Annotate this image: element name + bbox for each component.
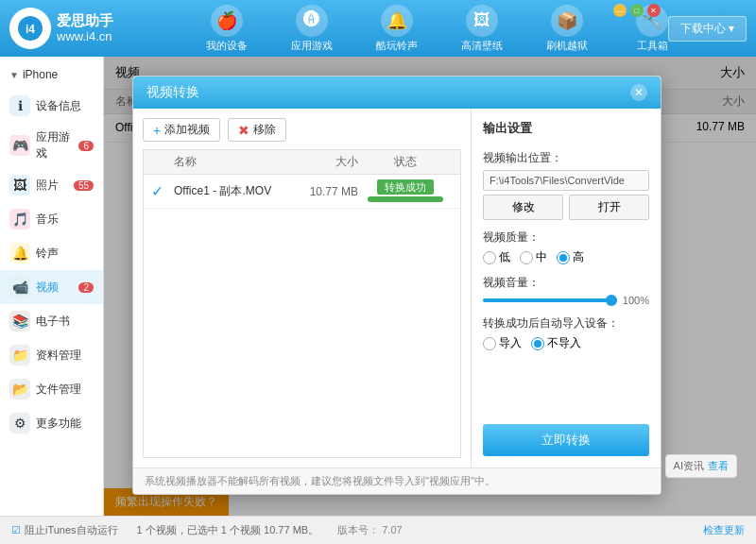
sidebar-item-photos[interactable]: 🖼 照片 55 [0,168,103,202]
apps-badge: 6 [78,141,94,151]
quality-low-radio [483,251,496,264]
modal-title: 视频转换 [146,84,199,101]
import-radio-group: 导入 不导入 [483,335,649,351]
logo-area: i4 爱思助手 www.i4.cn [9,8,132,49]
auto-import-section: 转换成功后自动导入设备： 导入 不导入 [483,315,649,351]
sidebar-item-ebooks[interactable]: 📚 电子书 [0,304,103,338]
top-right: — □ ✕ 下载中心 ▾ [613,0,747,57]
modal-bottom-warning: 系统视频播放器不能解码所有视频，建议您将视频文件导入到"视频应用"中。 [133,468,661,494]
photos-icon: 🖼 [9,175,30,196]
convert-button[interactable]: 立即转换 [483,424,649,456]
modal-left-panel: + 添加视频 ✖ 移除 名称 大小 状态 [133,109,472,468]
sidebar-item-files[interactable]: 📁 资料管理 [0,338,103,372]
success-badge: 转换成功 [377,179,434,195]
file-list: ✓ Office1 - 副本.MOV 10.77 MB 转换成功 [143,174,461,458]
content-area: 视频 大小 名称 大小 Office1 - 副本.MOV 10.77 MB 频繁… [104,57,756,516]
device-info-icon: ℹ [9,95,30,116]
volume-slider-row: 100% [483,295,649,306]
import-no[interactable]: 不导入 [531,335,581,351]
volume-label: 视频音量： [483,275,649,291]
auto-import-label: 转换成功后自动导入设备： [483,315,649,332]
output-path-value: F:\i4Tools7\Files\ConvertVide [483,170,649,191]
sidebar-item-ringtones[interactable]: 🔔 铃声 [0,236,103,270]
remove-button[interactable]: ✖ 移除 [228,118,286,142]
status-bar: ☑ 阻止iTunes自动运行 1 个视频，已选中 1 个视频 10.77 MB。… [0,516,756,544]
check-update-button[interactable]: 检查更新 [703,523,745,537]
row-check-icon: ✓ [151,182,174,200]
nav-my-device[interactable]: 🍎 我的设备 [198,5,255,53]
import-yes[interactable]: 导入 [483,335,522,351]
file-mgmt-icon: 📂 [9,379,30,400]
version-info: 版本号： 7.07 [337,523,402,537]
file-list-header: 名称 大小 状态 [143,149,461,174]
file-info: 1 个视频，已选中 1 个视频 10.77 MB。 [137,523,319,537]
volume-slider-fill [483,298,617,302]
modal-overlay: 视频转换 ✕ + 添加视频 ✖ 移 [104,57,756,516]
logo-text: 爱思助手 www.i4.cn [57,12,113,44]
videos-icon: 📹 [9,277,30,298]
main-layout: ▼ iPhone ℹ 设备信息 🎮 应用游戏 6 🖼 照片 55 🎵 音乐 🔔 … [0,57,756,516]
files-icon: 📁 [9,345,30,366]
modal-toolbar: + 添加视频 ✖ 移除 [143,118,461,142]
volume-section: 视频音量： 100% [483,275,649,306]
modal-header: 视频转换 ✕ [133,76,661,109]
maximize-button[interactable]: □ [630,4,644,17]
download-center-button[interactable]: 下载中心 ▾ [668,16,747,42]
modify-path-button[interactable]: 修改 [483,195,563,220]
nav-ringtones[interactable]: 🔔 酷玩铃声 [369,5,425,53]
nav-apps-games[interactable]: 🅐 应用游戏 [284,5,340,53]
file-status: 转换成功 [358,180,453,202]
watermark-link[interactable]: 查看 [708,459,729,473]
import-no-radio [531,337,544,350]
volume-slider-track[interactable] [483,298,617,302]
quality-mid-radio [520,251,533,264]
itunes-block-button[interactable]: ☑ 阻止iTunes自动运行 [11,523,118,537]
sidebar: ▼ iPhone ℹ 设备信息 🎮 应用游戏 6 🖼 照片 55 🎵 音乐 🔔 … [0,57,104,516]
ebooks-icon: 📚 [9,311,30,332]
sidebar-item-music[interactable]: 🎵 音乐 [0,202,103,236]
wallpaper-icon: 🖼 [466,5,498,37]
window-controls: — □ ✕ [613,0,661,17]
progress-fill [368,196,443,202]
nav-wallpaper[interactable]: 🖼 高清壁纸 [454,5,510,53]
open-path-button[interactable]: 打开 [569,195,649,220]
close-button[interactable]: ✕ [647,4,661,17]
output-settings-title: 输出设置 [483,120,649,137]
quality-mid[interactable]: 中 [520,249,547,265]
more-icon: ⚙ [9,413,30,434]
sidebar-item-more[interactable]: ⚙ 更多功能 [0,406,103,440]
quality-high[interactable]: 高 [557,249,584,265]
file-size: 10.77 MB [283,185,358,198]
modal-body: + 添加视频 ✖ 移除 名称 大小 状态 [133,109,661,468]
quality-high-radio [557,251,570,264]
sidebar-item-device-info[interactable]: ℹ 设备信息 [0,89,103,123]
apps-icon: 🎮 [9,135,30,156]
quality-label: 视频质量： [483,230,649,246]
output-path-label: 视频输出位置： [483,150,649,166]
jailbreak-icon: 📦 [551,5,583,37]
video-convert-modal: 视频转换 ✕ + 添加视频 ✖ 移 [132,76,662,495]
file-name: Office1 - 副本.MOV [174,183,283,199]
path-buttons: 修改 打开 [483,195,649,220]
watermark: AI资讯 查看 [665,454,737,478]
modal-close-button[interactable]: ✕ [630,84,647,101]
remove-icon: ✖ [238,123,249,138]
table-row[interactable]: ✓ Office1 - 副本.MOV 10.77 MB 转换成功 [144,175,460,209]
ringtones-icon: 🔔 [381,5,413,37]
output-path-section: 视频输出位置： F:\i4Tools7\Files\ConvertVide 修改… [483,150,649,220]
nav-jailbreak[interactable]: 📦 刷机越狱 [539,5,595,53]
music-icon: 🎵 [9,209,30,230]
checkbox-icon: ☑ [11,524,21,536]
modal-right-panel: 输出设置 视频输出位置： F:\i4Tools7\Files\ConvertVi… [472,109,661,468]
add-video-button[interactable]: + 添加视频 [143,118,220,142]
quality-low[interactable]: 低 [483,249,510,265]
minimize-button[interactable]: — [613,4,627,17]
quality-radio-group: 低 中 高 [483,249,649,265]
sidebar-item-file-mgmt[interactable]: 📂 文件管理 [0,372,103,406]
top-bar: i4 爱思助手 www.i4.cn 🍎 我的设备 🅐 应用游戏 🔔 酷玩铃声 🖼… [0,0,756,57]
photos-badge: 55 [74,180,94,191]
sidebar-item-apps[interactable]: 🎮 应用游戏 6 [0,123,103,168]
sidebar-item-videos[interactable]: 📹 视频 2 [0,270,103,304]
volume-slider-thumb[interactable] [606,295,617,306]
quality-section: 视频质量： 低 中 [483,230,649,265]
